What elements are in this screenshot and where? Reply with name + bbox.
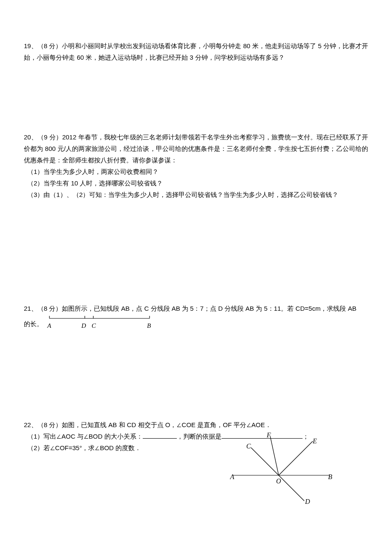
svg-line-8 [279,441,313,475]
label-D: D [81,320,86,332]
svg-line-7 [279,475,304,501]
label-A: A [47,320,51,332]
svg-line-6 [251,448,279,475]
segment-svg [47,314,154,320]
q20-part1: （1）当学生为多少人时，两家公司收费相同？ [24,166,368,177]
label-F: F [267,429,271,442]
label-B: B [147,320,151,332]
q20-part3: （3）由（1）、（2）可知：当学生为多少人时，选择甲公司较省钱？当学生为多少人时… [24,189,368,200]
question-22: 22、（8 分）如图，已知直线 AB 和 CD 相交于点 O，∠COE 是直角，… [24,419,368,454]
q22-intro: 22、（8 分）如图，已知直线 AB 和 CD 相交于点 O，∠COE 是直角，… [24,419,368,431]
q21-line1: 21、（8 分）如图所示，已知线段 AB，点 C 分线段 AB 为 5：7；点 … [24,303,368,314]
label-C: C [246,440,251,453]
svg-line-9 [270,436,279,475]
label-E: E [313,435,317,448]
q21-line2: 的长。 [24,318,43,330]
question-20: 20、（9 分）2012 年春节，我校七年级的三名老师计划带领若干名学生外出考察… [24,131,368,200]
q22-p1-b: ，判断的依据是 [177,433,222,440]
blank-relation [143,432,177,439]
question-21: 21、（8 分）如图所示，已知线段 AB，点 C 分线段 AB 为 5：7；点 … [24,303,368,330]
label-C: C [92,320,96,332]
label-A: A [230,471,234,483]
q22-angle-diagram: A B C D E F O [228,433,338,501]
angle-svg [228,433,338,501]
q22-p1-a: （1）写出∠AOC 与∠BOD 的大小关系： [27,433,143,440]
label-O: O [276,475,281,488]
q21-segment-diagram: A D C B [47,314,154,328]
q20-part2: （2）当学生有 10 人时，选择哪家公司较省钱？ [24,177,368,189]
q20-intro: 20、（9 分）2012 年春节，我校七年级的三名老师计划带领若干名学生外出考察… [24,131,368,166]
question-19: 19、（8 分）小明和小丽同时从学校出发到运动场看体育比赛，小明每分钟走 80 … [24,40,368,63]
q19-text: 19、（8 分）小明和小丽同时从学校出发到运动场看体育比赛，小明每分钟走 80 … [24,40,368,63]
label-B: B [328,471,332,483]
label-D: D [305,496,310,508]
